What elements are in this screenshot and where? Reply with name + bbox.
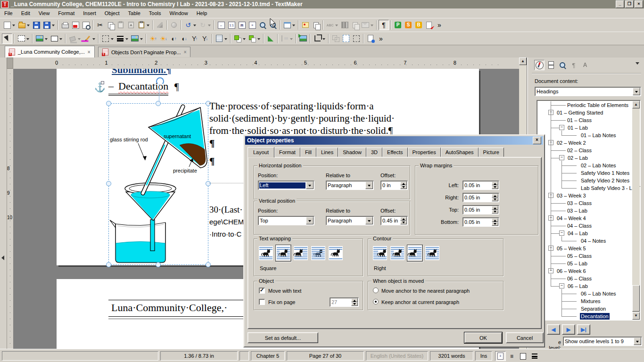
sidebar-panes-button[interactable] (546, 60, 556, 70)
tree-item-label[interactable]: 06 – Lab Notes (580, 290, 617, 297)
tree-item[interactable]: 03 – Lab (537, 207, 633, 214)
menu-edit[interactable]: Edit (17, 9, 34, 17)
vertical-ruler[interactable]: 8910 (7, 69, 14, 349)
spin-down-icon[interactable] (492, 222, 498, 226)
dialog-tab-shadow[interactable]: Shadow (338, 148, 366, 157)
picture-frame-button[interactable] (130, 33, 144, 44)
copy-button[interactable] (105, 20, 116, 30)
new-document-button[interactable] (2, 20, 17, 30)
nav-last-button[interactable]: ▶| (577, 324, 590, 335)
document-tab-label[interactable]: _Luna Community College,... (18, 49, 85, 55)
spin-down-icon[interactable] (492, 197, 498, 201)
ok-button[interactable]: OK (464, 332, 502, 343)
page-number-spinner[interactable]: 27 (330, 297, 359, 307)
spin-down-icon[interactable] (492, 210, 498, 214)
dropdown-arrow-icon[interactable] (111, 38, 114, 41)
minimize-button[interactable]: _ (616, 0, 624, 8)
contrast-down-button[interactable]: ◐↓ (179, 33, 190, 44)
dropdown-arrow-icon[interactable] (290, 38, 293, 41)
brightness-up-button[interactable]: ☀↑ (148, 33, 158, 44)
tree-item[interactable]: 01 – Class (537, 116, 633, 124)
tree-item[interactable]: Periodic Table of Elements (537, 101, 633, 109)
tree-item-label[interactable]: 01 – Class (566, 117, 593, 123)
dialog-tab-format[interactable]: Format (274, 148, 300, 157)
dropdown-arrow-icon[interactable] (306, 217, 314, 224)
tree-item-label[interactable]: 05 – Week 5 (556, 245, 587, 252)
select-objects-button[interactable] (2, 33, 12, 44)
nav-next-button[interactable]: ▶ (562, 324, 575, 335)
tree-item[interactable]: Safety Video 1 Notes (537, 169, 633, 177)
dropdown-arrow-icon[interactable] (147, 25, 149, 28)
dialog-tab-fill[interactable]: Fill (300, 148, 316, 157)
status-insert-mode[interactable]: Ins (475, 351, 492, 361)
dialog-tab-effects[interactable]: Effects (382, 148, 407, 157)
tree-item-label[interactable]: Separation (580, 305, 607, 312)
textmaker-edit-button[interactable] (424, 20, 434, 30)
status-chapter[interactable]: Chapter 5 (251, 351, 285, 361)
side-by-side-button[interactable] (311, 20, 321, 30)
tree-item-label[interactable]: 02 – Lab (567, 155, 589, 161)
tree-item[interactable]: 06 – Class (537, 275, 633, 282)
replace-picture-button[interactable] (298, 33, 308, 44)
tree-item-label[interactable]: Decantation (580, 313, 610, 320)
open-button[interactable] (17, 20, 31, 30)
sidebar-collapse-strip[interactable] (0, 58, 7, 349)
view-page-width-button[interactable]: ↔ (216, 20, 226, 30)
dropdown-arrow-icon[interactable] (45, 38, 48, 41)
redo-button[interactable]: ↻ (198, 20, 212, 30)
tree-item[interactable]: Decantation (537, 313, 633, 320)
move-with-text-checkbox[interactable] (259, 288, 265, 294)
tree-item[interactable]: 05 – Lab (537, 260, 633, 267)
wrap-right-spinner[interactable]: 0.05 in (462, 193, 499, 202)
brightness-down-button[interactable]: ☀↓ (158, 33, 169, 44)
page2-heading[interactable]: Luna·Community·College,· (111, 302, 227, 314)
tree-item[interactable]: −01 – Getting Started (537, 109, 633, 116)
sidebar-search-button[interactable] (557, 60, 568, 70)
view-outline-button[interactable] (529, 351, 540, 361)
border-style-button[interactable] (100, 33, 115, 44)
resize-handle-e[interactable] (206, 181, 211, 186)
tree-item[interactable]: 01 – Lab Notes (537, 132, 633, 139)
mail-merge-button[interactable] (360, 20, 375, 30)
insert-drawing-button[interactable] (49, 33, 64, 44)
tree-item[interactable]: 03 – Class (537, 199, 633, 207)
highlighter-button[interactable] (169, 20, 179, 30)
undo-button[interactable]: ↺ (183, 20, 198, 30)
spellcheck-button[interactable]: ABC (325, 20, 339, 30)
presentations-button[interactable]: S (403, 20, 413, 30)
dropdown-arrow-icon[interactable] (193, 25, 196, 28)
tree-item-label[interactable]: Periodic Table of Elements (566, 102, 629, 108)
dialog-tab-lines[interactable]: Lines (316, 148, 338, 157)
dropdown-arrow-icon[interactable] (52, 25, 55, 28)
formatting-marks-button[interactable]: ¶ (379, 20, 389, 30)
tree-item[interactable]: −04 – Lab (537, 230, 633, 237)
v-relative-select[interactable]: Paragraph (326, 216, 374, 225)
tree-item-label[interactable]: 05 – Class (566, 253, 593, 259)
dropdown-arrow-icon[interactable] (26, 38, 29, 41)
tree-item[interactable]: −06 – Week 6 (537, 267, 633, 275)
tree-item[interactable]: Mixtures (537, 297, 633, 305)
menu-view[interactable]: View (34, 9, 54, 17)
menu-table[interactable]: Table (124, 9, 145, 17)
tree-item[interactable]: −06 – Lab (537, 282, 633, 290)
zoom-tool-button[interactable] (257, 20, 268, 30)
tree-item[interactable]: 02 – Lab Notes (537, 162, 633, 169)
dropdown-arrow-icon[interactable] (633, 88, 640, 95)
tree-item-label[interactable]: Safety Video 2 Notes (580, 177, 630, 184)
toolbar-overflow-button[interactable]: » (434, 20, 445, 30)
insert-picture-button[interactable] (34, 33, 49, 44)
rotate-object-button[interactable] (265, 33, 276, 44)
tree-item-label[interactable]: 01 – Getting Started (556, 109, 604, 116)
tree-item[interactable]: −05 – Week 5 (537, 245, 633, 252)
dropdown-arrow-icon[interactable] (365, 181, 373, 189)
v-position-select[interactable]: Top (258, 216, 314, 225)
tree-item[interactable]: −04 – Week 4 (537, 214, 633, 222)
view-standard-button[interactable]: ≡ (495, 351, 506, 361)
format-painter-button[interactable] (155, 20, 165, 30)
view-continuous-button[interactable]: ≡ (506, 351, 517, 361)
dropdown-arrow-icon[interactable] (208, 25, 211, 28)
research-button[interactable] (350, 20, 360, 30)
tree-item-label[interactable]: 01 – Lab (567, 124, 589, 131)
resize-handle-w[interactable] (106, 181, 111, 186)
export-pdf-button[interactable] (70, 20, 81, 30)
